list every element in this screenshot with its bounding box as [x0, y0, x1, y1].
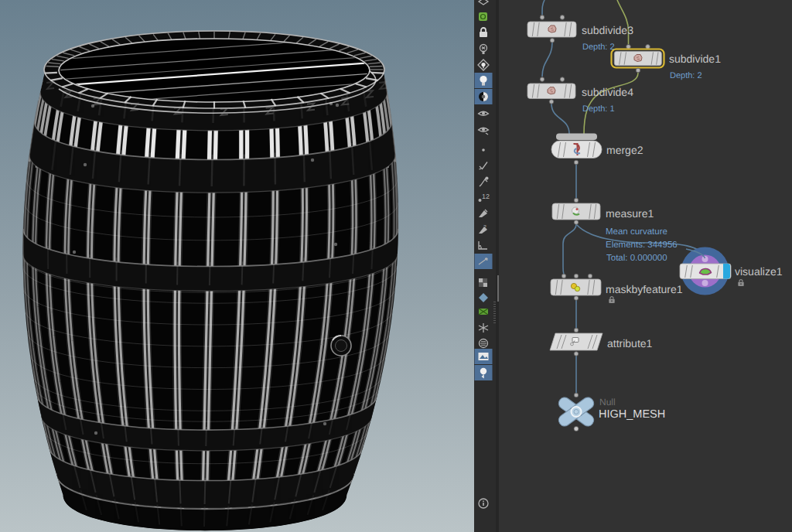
- svg-text:Depth: 2: Depth: 2: [582, 43, 615, 52]
- svg-text:Mean curvature: Mean curvature: [606, 227, 667, 237]
- svg-text:merge2: merge2: [606, 144, 644, 156]
- svg-text:Depth: 2: Depth: 2: [670, 71, 702, 80]
- svg-text:visualize1: visualize1: [735, 265, 783, 278]
- svg-text:Depth: 1: Depth: 1: [582, 104, 615, 114]
- svg-text:Null: Null: [599, 397, 616, 408]
- svg-text:subdivide3: subdivide3: [582, 24, 633, 36]
- svg-text:Elements: 344956: Elements: 344956: [606, 240, 678, 250]
- svg-text:2: 2: [483, 224, 486, 230]
- svg-text:attribute1: attribute1: [607, 337, 653, 350]
- svg-text:measure1: measure1: [606, 207, 654, 220]
- svg-text:maskbyfeature1: maskbyfeature1: [606, 283, 683, 295]
- svg-text:subdivide1: subdivide1: [669, 53, 721, 65]
- svg-text:12: 12: [482, 193, 490, 200]
- svg-text:subdivide4: subdivide4: [582, 86, 633, 98]
- svg-text:HIGH_MESH: HIGH_MESH: [599, 408, 665, 421]
- svg-text:Total: 0.000000: Total: 0.000000: [606, 254, 667, 263]
